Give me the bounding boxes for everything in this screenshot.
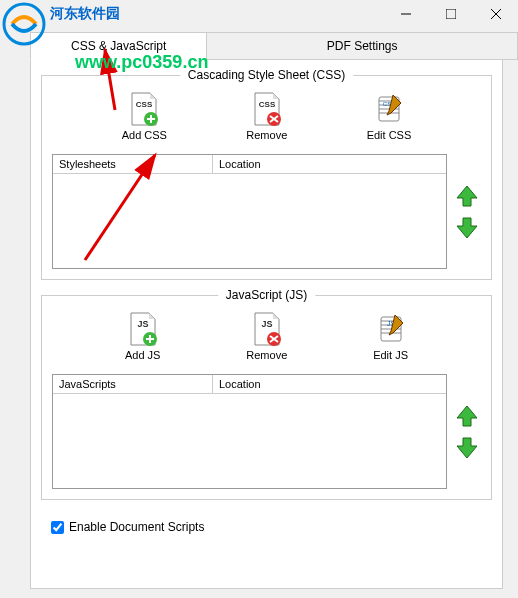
edit-css-icon: CSS [373, 91, 405, 127]
add-js-label: Add JS [125, 349, 160, 361]
add-css-label: Add CSS [122, 129, 167, 141]
css-toolbar: CSS Add CSS CSS Remove [52, 86, 481, 146]
edit-css-label: Edit CSS [367, 129, 412, 141]
css-col-location[interactable]: Location [213, 155, 446, 173]
tab-content: Cascading Style Sheet (CSS) CSS Add CSS … [30, 59, 503, 589]
svg-text:CSS: CSS [259, 100, 276, 109]
css-move-up-button[interactable] [453, 182, 481, 210]
remove-js-button[interactable]: JS Remove [246, 311, 287, 361]
window-controls [383, 0, 518, 28]
remove-css-icon: CSS [251, 91, 283, 127]
css-list-headers: Stylesheets Location [53, 155, 446, 174]
js-list-area: JavaScripts Location [52, 374, 481, 489]
watermark-site-name: 河东软件园 [50, 5, 120, 23]
tab-pdf-settings[interactable]: PDF Settings [206, 32, 518, 60]
add-js-button[interactable]: JS Add JS [125, 311, 160, 361]
close-button[interactable] [473, 0, 518, 28]
remove-css-label: Remove [246, 129, 287, 141]
add-css-icon: CSS [128, 91, 160, 127]
js-move-up-button[interactable] [453, 402, 481, 430]
edit-js-icon: JS [375, 311, 407, 347]
add-css-button[interactable]: CSS Add CSS [122, 91, 167, 141]
js-col-location[interactable]: Location [213, 375, 446, 393]
css-groupbox: Cascading Style Sheet (CSS) CSS Add CSS … [41, 75, 492, 280]
edit-css-button[interactable]: CSS Edit CSS [367, 91, 412, 141]
edit-js-button[interactable]: JS Edit JS [373, 311, 408, 361]
svg-point-0 [4, 4, 44, 44]
edit-js-label: Edit JS [373, 349, 408, 361]
add-js-icon: JS [127, 311, 159, 347]
js-move-down-button[interactable] [453, 434, 481, 462]
css-arrow-buttons [453, 154, 481, 269]
js-list-headers: JavaScripts Location [53, 375, 446, 394]
js-arrow-buttons [453, 374, 481, 489]
maximize-button[interactable] [428, 0, 473, 28]
js-groupbox: JavaScript (JS) JS Add JS JS [41, 295, 492, 500]
remove-js-icon: JS [251, 311, 283, 347]
svg-text:JS: JS [137, 319, 148, 329]
js-toolbar: JS Add JS JS Remove [52, 306, 481, 366]
svg-text:CSS: CSS [136, 100, 153, 109]
js-group-title: JavaScript (JS) [218, 288, 315, 302]
svg-rect-2 [446, 9, 456, 19]
css-list-table[interactable]: Stylesheets Location [52, 154, 447, 269]
remove-js-label: Remove [246, 349, 287, 361]
minimize-button[interactable] [383, 0, 428, 28]
css-list-area: Stylesheets Location [52, 154, 481, 269]
watermark-url: www.pc0359.cn [75, 52, 208, 73]
enable-scripts-label[interactable]: Enable Document Scripts [69, 520, 204, 534]
css-move-down-button[interactable] [453, 214, 481, 242]
svg-text:JS: JS [261, 319, 272, 329]
enable-scripts-checkbox[interactable] [51, 521, 64, 534]
watermark-logo [2, 2, 46, 49]
js-col-javascripts[interactable]: JavaScripts [53, 375, 213, 393]
js-list-table[interactable]: JavaScripts Location [52, 374, 447, 489]
enable-scripts-row: Enable Document Scripts [41, 515, 492, 539]
css-col-stylesheets[interactable]: Stylesheets [53, 155, 213, 173]
remove-css-button[interactable]: CSS Remove [246, 91, 287, 141]
